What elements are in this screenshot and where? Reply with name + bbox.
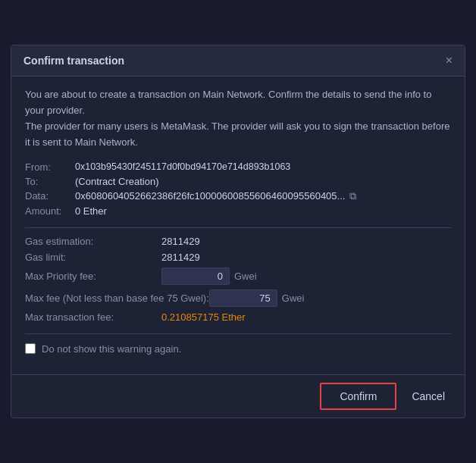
max-fee-unit: Gwei <box>282 293 305 304</box>
from-label: From: <box>25 161 70 173</box>
amount-row: Amount: 0 Ether <box>25 205 451 217</box>
info-line1: You are about to create a transaction on… <box>25 89 431 116</box>
details-section: From: 0x103b95430f245117d0f0bd94170e714d… <box>25 161 451 217</box>
amount-value: 0 Ether <box>75 205 107 217</box>
close-button[interactable]: × <box>446 55 453 67</box>
gas-limit-label: Gas limit: <box>25 252 161 263</box>
max-transaction-fee-row: Max transaction fee: 0.210857175 Ether <box>25 311 451 323</box>
copy-icon[interactable]: ⧉ <box>349 190 356 202</box>
max-priority-fee-input[interactable] <box>161 267 230 285</box>
gas-limit-value: 2811429 <box>161 252 200 263</box>
gas-estimation-value: 2811429 <box>161 236 200 247</box>
info-line2: The provider for many users is MetaMask.… <box>25 120 449 148</box>
max-priority-fee-row: Max Priority fee: Gwei <box>25 267 451 285</box>
dialog-title: Confirm transaction <box>23 55 124 67</box>
max-fee-label: Max fee (Not less than base fee 75 Gwei)… <box>25 293 209 304</box>
max-transaction-fee-value: 0.210857175 Ether <box>161 311 246 323</box>
max-priority-fee-unit: Gwei <box>234 271 257 282</box>
amount-label: Amount: <box>25 205 70 217</box>
checkbox-row: Do not show this warning again. <box>25 343 451 355</box>
dialog-body: You are about to create a transaction on… <box>11 77 465 374</box>
no-warning-checkbox[interactable] <box>25 343 36 354</box>
max-priority-fee-label: Max Priority fee: <box>25 271 161 282</box>
to-value: (Contract Creation) <box>75 176 159 187</box>
max-fee-input[interactable] <box>209 289 277 307</box>
data-label: Data: <box>25 190 70 202</box>
gas-estimation-row: Gas estimation: 2811429 <box>25 236 451 247</box>
data-value: 0x6080604052662386f26fc10000600855606460… <box>75 190 345 202</box>
divider <box>25 227 451 228</box>
max-fee-row: Max fee (Not less than base fee 75 Gwei)… <box>25 289 451 307</box>
divider2 <box>25 333 451 334</box>
data-value-row: 0x6080604052662386f26fc10000600855606460… <box>75 190 356 202</box>
data-row: Data: 0x6080604052662386f26fc10000600855… <box>25 190 451 202</box>
gas-limit-row: Gas limit: 2811429 <box>25 252 451 263</box>
no-warning-label[interactable]: Do not show this warning again. <box>42 343 181 355</box>
to-row: To: (Contract Creation) <box>25 176 451 187</box>
dialog-header: Confirm transaction × <box>11 45 465 77</box>
confirm-button[interactable]: Confirm <box>320 383 396 410</box>
gas-section: Gas estimation: 2811429 Gas limit: 28114… <box>25 236 451 323</box>
from-value: 0x103b95430f245117d0f0bd94170e714d893b10… <box>75 161 290 172</box>
from-row: From: 0x103b95430f245117d0f0bd94170e714d… <box>25 161 451 173</box>
confirm-transaction-dialog: Confirm transaction × You are about to c… <box>11 45 465 418</box>
to-label: To: <box>25 176 70 187</box>
gas-estimation-label: Gas estimation: <box>25 236 161 247</box>
max-transaction-fee-label: Max transaction fee: <box>25 311 161 323</box>
dialog-footer: Confirm Cancel <box>11 374 465 418</box>
cancel-button[interactable]: Cancel <box>404 384 453 408</box>
info-text: You are about to create a transaction on… <box>25 87 451 150</box>
